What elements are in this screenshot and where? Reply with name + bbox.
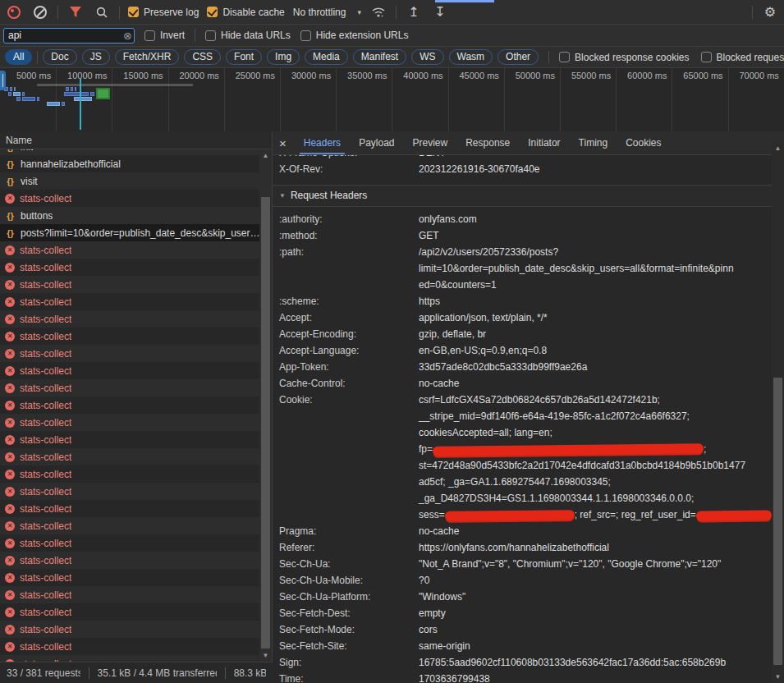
request-row[interactable]: ✕stats-collect bbox=[0, 534, 272, 552]
header-value: GET bbox=[419, 227, 773, 244]
error-status-icon: ✕ bbox=[5, 470, 15, 479]
request-row[interactable]: ✕stats-collect bbox=[0, 259, 272, 276]
header-row: Accept:application/json, text/plain, */* bbox=[273, 309, 773, 326]
request-row[interactable]: ✕stats-collect bbox=[0, 328, 272, 345]
request-row[interactable]: ✕stats-collect bbox=[0, 638, 272, 655]
request-row[interactable]: ✕stats-collect bbox=[0, 362, 272, 379]
scrollbar-thumb[interactable] bbox=[261, 197, 270, 649]
type-filter-chip-js[interactable]: JS bbox=[82, 49, 110, 65]
request-row[interactable]: ✕stats-collect bbox=[0, 621, 272, 638]
blocked-response-cookies-checkbox[interactable]: Blocked response cookies bbox=[559, 52, 689, 63]
request-row[interactable]: ✕stats-collect bbox=[0, 190, 272, 207]
network-conditions-wifi-icon[interactable] bbox=[369, 3, 387, 21]
scroll-up-icon[interactable]: ▲ bbox=[259, 150, 272, 162]
timeline-tick-label: 55000 ms bbox=[558, 71, 611, 80]
request-row[interactable]: ✕stats-collect bbox=[0, 241, 272, 259]
request-row[interactable]: ✕stats-collect bbox=[0, 483, 272, 500]
request-list-scrollbar[interactable]: ▲ ▼ bbox=[259, 150, 272, 662]
transferred-size: 35.1 kB / 4.4 MB transferred bbox=[98, 667, 217, 679]
tab-cookies[interactable]: Cookies bbox=[618, 131, 668, 154]
clear-network-log-icon[interactable] bbox=[31, 3, 49, 21]
type-filter-chip-wasm[interactable]: Wasm bbox=[449, 49, 493, 65]
details-scrollbar[interactable]: ▲ ▼ bbox=[772, 141, 784, 683]
record-icon[interactable] bbox=[5, 3, 23, 21]
tab-payload[interactable]: Payload bbox=[351, 131, 401, 154]
type-filter-chip-other[interactable]: Other bbox=[497, 49, 539, 65]
request-row[interactable]: ✕stats-collect bbox=[0, 276, 272, 293]
request-row[interactable]: ✕stats-collect bbox=[0, 431, 272, 448]
type-filter-chip-all[interactable]: All bbox=[5, 49, 32, 65]
header-value: empty bbox=[419, 605, 773, 621]
filter-icon[interactable] bbox=[66, 3, 85, 21]
scrollbar-thumb[interactable] bbox=[773, 378, 782, 665]
scroll-down-icon[interactable]: ▼ bbox=[259, 650, 272, 662]
overview-selection-handle[interactable] bbox=[0, 71, 6, 90]
request-row[interactable]: ✕stats-collect bbox=[0, 310, 272, 328]
tab-preview[interactable]: Preview bbox=[406, 131, 456, 154]
header-name: Accept-Encoding: bbox=[273, 326, 419, 342]
header-name: Sec-Fetch-Dest: bbox=[273, 605, 419, 621]
type-filter-chip-ws[interactable]: WS bbox=[411, 49, 443, 65]
blocked-requests-checkbox[interactable]: Blocked requests bbox=[701, 52, 784, 63]
type-filter-chip-img[interactable]: Img bbox=[267, 49, 300, 65]
request-row[interactable]: ✕stats-collect bbox=[0, 293, 272, 310]
close-icon[interactable]: × bbox=[279, 136, 287, 150]
type-filter-chip-fetch-xhr[interactable]: Fetch/XHR bbox=[115, 49, 180, 65]
type-filter-chip-manifest[interactable]: Manifest bbox=[353, 49, 406, 65]
network-toolbar: Preserve log Disable cache No throttling… bbox=[0, 0, 784, 25]
search-icon[interactable] bbox=[93, 3, 111, 21]
request-row[interactable]: ✕stats-collect bbox=[0, 379, 272, 397]
throttling-dropdown[interactable]: No throttling ▾ bbox=[293, 7, 361, 18]
request-row[interactable]: {}visit bbox=[0, 172, 272, 190]
filter-input[interactable] bbox=[3, 28, 135, 44]
type-filter-chip-css[interactable]: CSS bbox=[184, 49, 221, 65]
request-row[interactable]: ✕stats-collect bbox=[0, 603, 272, 621]
request-row[interactable]: ✕stats-collect bbox=[0, 569, 272, 586]
request-row[interactable]: {}buttons bbox=[0, 207, 272, 224]
preserve-log-checkbox[interactable]: Preserve log bbox=[128, 7, 199, 18]
request-row[interactable]: ✕stats-collect bbox=[0, 500, 272, 517]
scroll-up-icon[interactable]: ▲ bbox=[772, 143, 784, 154]
gear-icon[interactable]: ⚙ bbox=[761, 3, 779, 21]
request-row[interactable]: ✕stats-collect bbox=[0, 517, 272, 534]
request-row[interactable]: {}posts?limit=10&order=publish_date_desc… bbox=[0, 224, 272, 241]
request-row[interactable]: ✕stats-collect bbox=[0, 586, 272, 603]
header-value: same-origin bbox=[419, 638, 773, 654]
request-row[interactable]: ✕stats-collect bbox=[0, 655, 272, 662]
request-row[interactable]: ✕stats-collect bbox=[0, 465, 272, 483]
checkbox-unchecked-icon bbox=[300, 30, 311, 41]
invert-checkbox[interactable]: Invert bbox=[144, 30, 185, 41]
fetch-xhr-icon: {} bbox=[5, 159, 16, 169]
request-name: stats-collect bbox=[20, 383, 71, 394]
redaction-scribble bbox=[696, 510, 772, 520]
tab-headers[interactable]: Headers bbox=[296, 131, 348, 154]
request-row[interactable]: ✕stats-collect bbox=[0, 448, 272, 465]
tab-response[interactable]: Response bbox=[458, 131, 517, 154]
hide-extension-urls-checkbox[interactable]: Hide extension URLs bbox=[300, 30, 409, 41]
request-row[interactable]: {}hannahelizabethofficial bbox=[0, 155, 272, 172]
checkbox-checked-icon bbox=[128, 7, 139, 17]
error-status-icon: ✕ bbox=[5, 263, 15, 273]
request-row[interactable]: ✕stats-collect bbox=[0, 397, 272, 414]
hide-data-urls-checkbox[interactable]: Hide data URLs bbox=[205, 30, 291, 41]
name-column-header[interactable]: Name bbox=[0, 131, 272, 149]
request-row[interactable]: ✕stats-collect bbox=[0, 552, 272, 569]
type-filter-chip-font[interactable]: Font bbox=[226, 49, 262, 65]
request-row[interactable]: ✕stats-collect bbox=[0, 414, 272, 431]
headers-content: X-Frame-Options: DENY X-Of-Rev: 20231226… bbox=[273, 155, 773, 683]
type-filter-chip-doc[interactable]: Doc bbox=[43, 49, 76, 65]
tab-timing[interactable]: Timing bbox=[571, 131, 616, 154]
network-overview-timeline[interactable]: 5000 ms10000 ms15000 ms20000 ms25000 ms3… bbox=[0, 68, 784, 132]
scroll-down-icon[interactable]: ▼ bbox=[772, 672, 784, 683]
import-har-icon[interactable]: ↥ bbox=[405, 3, 423, 21]
request-row[interactable]: ✕stats-collect bbox=[0, 345, 272, 362]
header-row: Sec-Fetch-Dest:empty bbox=[273, 605, 773, 621]
request-headers-section-toggle[interactable]: ▼ Request Headers bbox=[273, 185, 773, 207]
error-status-icon: ✕ bbox=[5, 194, 15, 204]
type-filter-chip-media[interactable]: Media bbox=[305, 49, 348, 65]
tab-initiator[interactable]: Initiator bbox=[520, 131, 567, 154]
request-row[interactable]: {}init bbox=[0, 149, 272, 155]
export-har-icon[interactable]: ↧ bbox=[431, 3, 449, 21]
clear-filter-icon[interactable]: ⊗ bbox=[123, 30, 132, 42]
disable-cache-checkbox[interactable]: Disable cache bbox=[207, 7, 284, 18]
